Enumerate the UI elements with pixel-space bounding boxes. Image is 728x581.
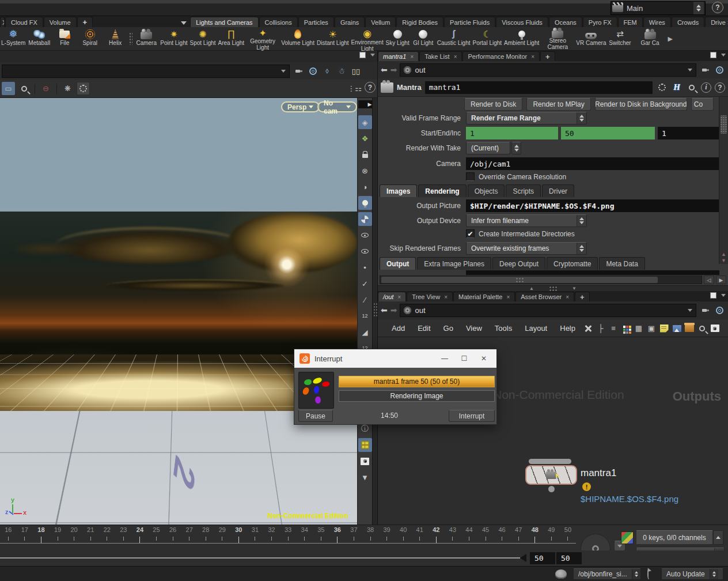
shelf-tab-rigid-bodies[interactable]: Rigid Bodies xyxy=(396,17,443,27)
camera-select-button[interactable]: No cam xyxy=(317,101,357,112)
shelf-tab-drive-simulation[interactable]: Drive Simulation xyxy=(705,17,728,27)
headlight-icon[interactable]: ⊗ xyxy=(358,164,372,178)
shelf-tool-portal-light[interactable]: ☾Portal Light xyxy=(472,27,503,50)
close-tab-icon[interactable]: × xyxy=(454,54,457,60)
shelf-tool-metaball[interactable]: Metaball xyxy=(26,27,52,50)
pause-button[interactable]: Pause xyxy=(298,410,333,422)
close-tab-icon[interactable]: × xyxy=(506,294,510,300)
render-button-co[interactable]: Co xyxy=(691,98,714,111)
shelf-tool-sky-light[interactable]: Sky Light xyxy=(385,27,411,50)
node-name-field[interactable]: mantra1 xyxy=(425,81,653,94)
folder-tab-driver[interactable]: Driver xyxy=(542,184,574,197)
sub-tab-meta-data[interactable]: Meta Data xyxy=(599,257,644,270)
tab-take-list[interactable]: Take List× xyxy=(419,51,462,61)
link-icon[interactable] xyxy=(716,66,723,74)
shelf-tool-spiral[interactable]: Spiral xyxy=(77,27,103,50)
shelf-tab-cloud-fx[interactable]: Cloud FX xyxy=(5,17,43,27)
shelf-tool-stereo-camera[interactable]: Stereo Camera xyxy=(540,27,575,50)
shelf-tool-spot-light[interactable]: ✺Spot Light xyxy=(189,27,217,50)
param-path-selector[interactable]: out xyxy=(400,63,696,77)
start-frame-field[interactable]: 1 xyxy=(466,127,558,139)
shelf-tool-geometry-light[interactable]: ✦Geometry Light xyxy=(245,27,280,50)
close-tab-icon[interactable]: × xyxy=(444,294,448,300)
sub-tab-output[interactable]: Output xyxy=(380,257,416,270)
scroll-down-icon[interactable]: ▼ xyxy=(358,470,372,484)
search-icon[interactable] xyxy=(696,323,708,334)
shelf-tool-caustic-light[interactable]: ʃCaustic Light xyxy=(436,27,472,50)
grid-view-icon[interactable]: ▦ xyxy=(633,323,644,334)
visibility-icon[interactable] xyxy=(709,323,721,334)
menu-add[interactable]: Add xyxy=(386,324,411,333)
close-tab-icon[interactable]: × xyxy=(397,294,401,300)
shelf-tab-particles[interactable]: Particles xyxy=(298,17,334,27)
gear-icon[interactable] xyxy=(658,84,666,91)
override-resolution-checkbox[interactable] xyxy=(466,172,475,181)
shelf-tool-switcher[interactable]: ⇄Switcher xyxy=(608,27,633,50)
close-tab-icon[interactable]: × xyxy=(566,294,569,300)
select-tool-icon[interactable]: ▭ xyxy=(2,82,15,95)
render-with-take-select[interactable]: (Current) xyxy=(466,142,510,154)
normal-display-icon[interactable]: ∕ xyxy=(358,293,372,307)
maximize-icon[interactable]: ☐ xyxy=(457,353,472,364)
render-with-take-spinner[interactable] xyxy=(511,142,521,154)
box-zoom-icon[interactable] xyxy=(17,82,31,95)
tab-performance-monitor[interactable]: Performance Monitor× xyxy=(462,51,540,61)
left-pane-corner-controls[interactable] xyxy=(359,52,375,58)
increment-field[interactable]: 1 xyxy=(658,127,719,139)
close-tab-icon[interactable]: × xyxy=(531,54,534,60)
shelf-tool-gar-ca[interactable]: Gar Ca xyxy=(633,27,668,50)
keys-summary-button[interactable]: 0 keys, 0/0 channels xyxy=(636,530,713,545)
help-button[interactable]: ? xyxy=(712,2,723,13)
menu-view[interactable]: View xyxy=(460,324,488,333)
view-camera-icon[interactable] xyxy=(358,454,372,468)
pane-divider[interactable]: ▲▼ xyxy=(378,285,728,291)
houdini-engine-icon[interactable]: H xyxy=(671,82,682,93)
keys-summary-expand-icon[interactable] xyxy=(713,530,723,545)
playbar[interactable]: 50 50 xyxy=(0,550,728,566)
folder-tab-rendering[interactable]: Rendering xyxy=(418,184,466,197)
shelf-tab-volume[interactable]: Volume xyxy=(44,17,77,27)
node-output-connector[interactable] xyxy=(548,486,555,492)
forward-icon[interactable]: ➡ xyxy=(390,65,397,74)
scroll-left-icon[interactable]: ◁ xyxy=(704,276,714,284)
forward-icon[interactable]: ➡ xyxy=(390,305,397,315)
projection-button[interactable]: Persp xyxy=(281,101,320,112)
lock-icon[interactable] xyxy=(358,148,372,161)
pin-icon[interactable] xyxy=(702,307,709,314)
tree-icon[interactable]: ├ xyxy=(595,323,606,334)
param-horizontal-scrollbar[interactable] xyxy=(380,276,702,284)
dialog-titlebar[interactable]: Interrupt — ☐ ✕ xyxy=(294,349,496,368)
menu-layout[interactable]: Layout xyxy=(519,324,553,333)
skip-rendered-select[interactable]: Overwrite existing frames xyxy=(466,242,587,255)
palette-grid-icon[interactable] xyxy=(620,323,632,334)
scroll-right-icon[interactable]: ▶ xyxy=(358,100,372,108)
recook-icon[interactable] xyxy=(647,570,650,578)
pane-menu-icon[interactable] xyxy=(721,54,726,56)
vertex-display-icon[interactable]: ✓ xyxy=(358,277,372,290)
shelf-tool-area-light[interactable]: ∏Area Light xyxy=(217,27,246,50)
shelf-tool-file[interactable]: File xyxy=(52,27,77,50)
shelf-overflow-icon[interactable]: ▶ xyxy=(668,35,673,43)
shelf-tab-pyro-fx[interactable]: Pyro FX xyxy=(583,17,617,27)
pane-menu-icon[interactable] xyxy=(721,294,726,297)
menu-go[interactable]: Go xyxy=(438,324,459,333)
current-frame-field[interactable]: 50 xyxy=(530,552,555,564)
shelf-tab-particle-fluids[interactable]: Particle Fluids xyxy=(444,17,495,27)
folder-tab-images[interactable]: Images xyxy=(380,184,417,197)
update-mode-selector[interactable]: Auto Update xyxy=(661,568,723,580)
shelf-tab-fem[interactable]: FEM xyxy=(618,17,643,27)
pane-splitter[interactable] xyxy=(372,98,377,525)
shelf-tool-ambient-light[interactable]: Ambient Light xyxy=(503,27,540,50)
node-warning-icon[interactable]: ! xyxy=(582,482,591,491)
keyframe-color-icon[interactable] xyxy=(621,531,634,544)
param-vertical-scrollbar[interactable]: ▲ ▼ xyxy=(719,97,728,264)
shelf-tab-crowds[interactable]: Crowds xyxy=(672,17,704,27)
viewport-help-icon[interactable]: ? xyxy=(365,82,376,93)
snapping-icon[interactable]: ⊖ xyxy=(39,82,52,95)
grid-display-icon[interactable] xyxy=(358,438,372,452)
menu-help[interactable]: Help xyxy=(554,324,581,333)
shelf-tab-grains[interactable]: Grains xyxy=(335,17,365,27)
gallery-box-icon[interactable] xyxy=(684,323,695,334)
columns-icon[interactable]: ▯▯ xyxy=(350,65,362,77)
sub-tab-cryptomatte[interactable]: Cryptomatte xyxy=(547,257,598,270)
